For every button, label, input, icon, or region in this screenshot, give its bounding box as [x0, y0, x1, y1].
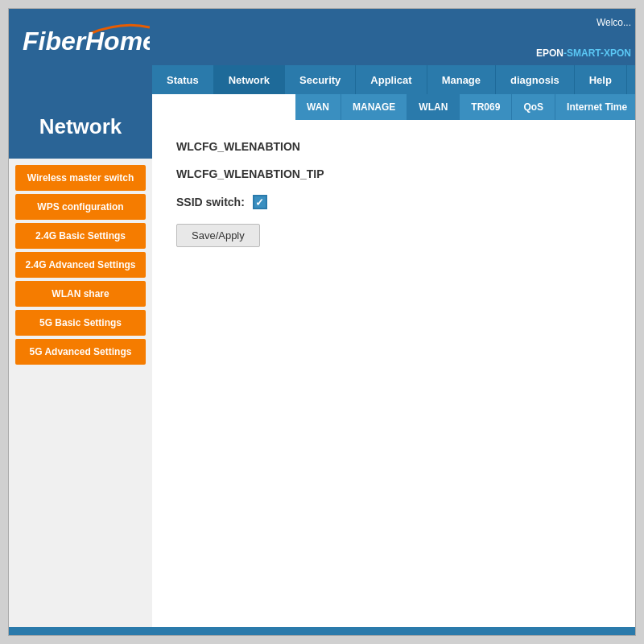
subnav-qos[interactable]: QoS [512, 94, 555, 120]
logo: Fiber Home [21, 19, 150, 56]
page-wrapper: Fiber Home Welco... EPON-SMART-XPON Stat… [0, 0, 644, 644]
footer-bar [9, 627, 635, 635]
welcome-text: Welco... [597, 17, 631, 28]
subnav-tr069[interactable]: TR069 [460, 94, 512, 120]
main-content: WLCFG_WLENABTION WLCFG_WLENABTION_TIP SS… [152, 120, 635, 627]
sidebar: Network Wireless master switch WPS confi… [9, 94, 152, 627]
ssid-row: SSID switch: [176, 195, 635, 209]
sidebar-item-5g-advanced[interactable]: 5G Advanced Settings [15, 339, 146, 365]
ssid-label: SSID switch: [176, 196, 245, 208]
epon-label: EPON [536, 47, 564, 59]
body-layout: Network Wireless master switch WPS confi… [9, 94, 635, 627]
smart-label: -SMART-XPON [564, 47, 631, 59]
nav-help[interactable]: Help [575, 65, 627, 94]
sidebar-item-wireless-master[interactable]: Wireless master switch [15, 165, 146, 191]
sidebar-item-2g-advanced[interactable]: 2.4G Advanced Settings [15, 252, 146, 278]
inner-wrapper: Fiber Home Welco... EPON-SMART-XPON Stat… [8, 8, 636, 636]
nav-diagnosis[interactable]: diagnosis [496, 65, 575, 94]
save-button-row: Save/Apply [176, 224, 635, 247]
row2: WLCFG_WLENABTION_TIP [176, 167, 635, 180]
sidebar-item-2g-basic[interactable]: 2.4G Basic Settings [15, 223, 146, 249]
row1: WLCFG_WLENABTION [176, 140, 635, 153]
sidebar-title: Network [9, 94, 152, 159]
subnav-wan[interactable]: WAN [295, 94, 341, 120]
subnav-manage[interactable]: MANAGE [341, 94, 407, 120]
sidebar-item-wlan-share[interactable]: WLAN share [15, 281, 146, 307]
nav-security[interactable]: Security [285, 65, 356, 94]
sidebar-item-5g-basic[interactable]: 5G Basic Settings [15, 310, 146, 336]
sub-nav: WAN MANAGE WLAN TR069 QoS Internet Time … [295, 94, 635, 120]
ssid-checkbox[interactable] [253, 195, 267, 209]
nav-status[interactable]: Status [152, 65, 214, 94]
svg-text:Home: Home [85, 27, 150, 56]
logo-area: Fiber Home [21, 19, 150, 56]
svg-text:Fiber: Fiber [23, 27, 87, 56]
nav-network[interactable]: Network [214, 65, 285, 94]
nav-applicat[interactable]: Applicat [356, 65, 427, 94]
subnav-wlan[interactable]: WLAN [407, 94, 460, 120]
sidebar-item-wps[interactable]: WPS configuration [15, 194, 146, 220]
subnav-internet-time[interactable]: Internet Time [555, 94, 635, 120]
save-apply-button[interactable]: Save/Apply [176, 224, 260, 247]
sidebar-menu: Wireless master switch WPS configuration… [9, 159, 152, 371]
header: Fiber Home Welco... EPON-SMART-XPON [9, 9, 635, 65]
nav-manage[interactable]: Manage [427, 65, 496, 94]
top-nav: Status Network Security Applicat Manage … [9, 65, 635, 94]
device-label: EPON-SMART-XPON [536, 47, 631, 59]
